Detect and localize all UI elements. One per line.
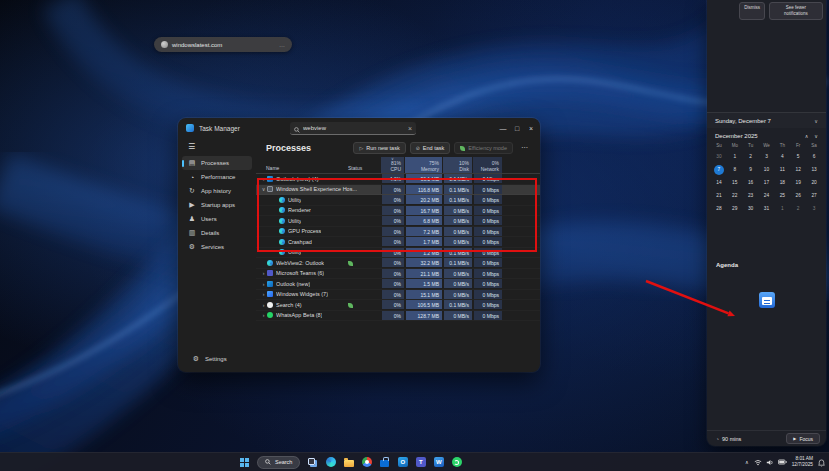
column-memory[interactable]: 75% Memory bbox=[405, 157, 442, 173]
calendar-day[interactable]: 24 bbox=[759, 189, 775, 202]
task-view-icon[interactable] bbox=[306, 456, 319, 469]
focus-minutes-label[interactable]: 90 mins bbox=[722, 436, 741, 442]
search-input[interactable] bbox=[303, 125, 405, 131]
calendar-day[interactable]: 29 bbox=[727, 202, 743, 215]
calendar-day[interactable]: 13 bbox=[806, 163, 822, 176]
calendar-day-selected[interactable]: 7 bbox=[711, 163, 727, 176]
taskbar-clock[interactable]: 8:01 AM 12/7/2025 bbox=[792, 456, 813, 467]
column-name[interactable]: Name bbox=[266, 165, 279, 171]
collapse-calendar-icon[interactable]: ∨ bbox=[814, 118, 818, 124]
teams-icon[interactable]: T bbox=[414, 456, 427, 469]
process-row[interactable]: Utility0%20.2 MB0.1 MB/s0 Mbps bbox=[256, 195, 540, 206]
calendar-day[interactable]: 2 bbox=[790, 202, 806, 215]
menu-toggle-button[interactable]: ☰ bbox=[188, 142, 256, 151]
calendar-day[interactable]: 27 bbox=[806, 189, 822, 202]
sidebar-item-users[interactable]: ♟Users bbox=[182, 212, 252, 226]
calendar-day[interactable]: 15 bbox=[727, 176, 743, 189]
next-month-icon[interactable]: ∨ bbox=[814, 133, 818, 139]
calendar-day[interactable]: 23 bbox=[743, 189, 759, 202]
calendar-day[interactable]: 20 bbox=[806, 176, 822, 189]
notification-bell-icon[interactable] bbox=[818, 453, 825, 471]
process-row[interactable]: Utility0%1.2 MB0.1 MB/s0 Mbps bbox=[256, 248, 540, 259]
process-row[interactable]: ∨Windows Shell Experience Hos...0%116.8 … bbox=[256, 185, 540, 196]
focus-button[interactable]: ▶ Focus bbox=[786, 433, 820, 444]
column-network[interactable]: 0% Network bbox=[473, 157, 502, 173]
calendar-day[interactable]: 14 bbox=[711, 176, 727, 189]
previous-month-icon[interactable]: ∧ bbox=[805, 133, 809, 139]
calendar-day[interactable]: 19 bbox=[790, 176, 806, 189]
calendar-day[interactable]: 1 bbox=[774, 202, 790, 215]
sidebar-item-startup-apps[interactable]: ▶Startup apps bbox=[182, 198, 252, 212]
collapse-icon[interactable]: ∨ bbox=[260, 186, 267, 192]
sidebar-item-performance[interactable]: ◔Performance bbox=[182, 170, 252, 184]
calendar-day[interactable]: 3 bbox=[806, 202, 822, 215]
expand-icon[interactable]: › bbox=[260, 312, 267, 318]
process-row[interactable]: Crashpad0%1.7 MB0 MB/s0 Mbps bbox=[256, 237, 540, 248]
end-task-button[interactable]: ⊘ End task bbox=[410, 142, 451, 154]
process-row[interactable]: Renderer0%16.7 MB0 MB/s0 Mbps bbox=[256, 206, 540, 217]
sidebar-item-app-history[interactable]: ↻App history bbox=[182, 184, 252, 198]
process-row[interactable]: ›WhatsApp Beta (8)0%128.7 MB0 MB/s0 Mbps bbox=[256, 311, 540, 322]
hidden-icons-chevron[interactable]: ∧ bbox=[745, 459, 749, 465]
store-icon[interactable] bbox=[378, 456, 391, 469]
column-disk[interactable]: 10% Disk bbox=[443, 157, 472, 173]
dismiss-button[interactable]: Dismiss bbox=[739, 2, 765, 20]
calendar-day[interactable]: 11 bbox=[774, 163, 790, 176]
sidebar-item-services[interactable]: ⚙Services bbox=[182, 240, 252, 254]
word-icon[interactable]: W bbox=[432, 456, 445, 469]
calendar-day[interactable]: 5 bbox=[790, 150, 806, 163]
see-fewer-notifications-button[interactable]: See fewer notifications bbox=[769, 2, 823, 20]
maximize-button[interactable]: □ bbox=[510, 118, 524, 138]
more-options-button[interactable]: ⋯ bbox=[517, 142, 532, 154]
expand-icon[interactable]: › bbox=[260, 291, 267, 297]
efficiency-mode-button[interactable]: Efficiency mode bbox=[454, 142, 513, 154]
calendar-day[interactable]: 6 bbox=[806, 150, 822, 163]
calendar-day[interactable]: 18 bbox=[774, 176, 790, 189]
process-row[interactable]: ›Outlook (new)0%1.5 MB0 MB/s0 Mbps bbox=[256, 279, 540, 290]
expand-icon[interactable]: › bbox=[260, 281, 267, 287]
titlebar[interactable]: Task Manager × — □ × bbox=[178, 118, 540, 138]
process-row[interactable]: ›Windows Widgets (7)0%15.1 MB0 MB/s0 Mbp… bbox=[256, 290, 540, 301]
close-button[interactable]: × bbox=[524, 118, 538, 138]
calendar-day[interactable]: 4 bbox=[774, 150, 790, 163]
sidebar-item-processes[interactable]: ▤Processes bbox=[182, 156, 252, 170]
calendar-day[interactable]: 17 bbox=[759, 176, 775, 189]
search-box[interactable]: × bbox=[290, 122, 416, 135]
process-row[interactable]: Utility0%6.8 MB0 MB/s0 Mbps bbox=[256, 216, 540, 227]
process-row[interactable]: ›Search (4)0%106.5 MB0.1 MB/s0 Mbps bbox=[256, 300, 540, 311]
wifi-icon[interactable] bbox=[754, 459, 762, 466]
calendar-day[interactable]: 28 bbox=[711, 202, 727, 215]
edge-icon[interactable] bbox=[324, 456, 337, 469]
file-explorer-icon[interactable] bbox=[342, 456, 355, 469]
calendar-day[interactable]: 2 bbox=[743, 150, 759, 163]
process-row[interactable]: WebView2: Outlook0%32.2 MB0.1 MB/s0 Mbps bbox=[256, 258, 540, 269]
calendar-day[interactable]: 21 bbox=[711, 189, 727, 202]
process-row[interactable]: ›Outlook (new) (4)4.6%96.1 MB0.1 MB/s0 M… bbox=[256, 174, 540, 185]
calendar-day[interactable]: 31 bbox=[759, 202, 775, 215]
volume-icon[interactable] bbox=[766, 459, 774, 466]
calendar-day[interactable]: 12 bbox=[790, 163, 806, 176]
start-button[interactable] bbox=[238, 456, 251, 469]
expand-icon[interactable]: › bbox=[260, 302, 267, 308]
calendar-day[interactable]: 1 bbox=[727, 150, 743, 163]
calendar-day[interactable]: 22 bbox=[727, 189, 743, 202]
calendar-day[interactable]: 9 bbox=[743, 163, 759, 176]
whatsapp-icon[interactable] bbox=[450, 456, 463, 469]
column-cpu[interactable]: ∨ 81% CPU bbox=[381, 157, 404, 173]
calendar-day[interactable]: 25 bbox=[774, 189, 790, 202]
calendar-date-header[interactable]: Sunday, December 7 ∨ bbox=[707, 112, 826, 128]
calendar-day[interactable]: 26 bbox=[790, 189, 806, 202]
calendar-day[interactable]: 30 bbox=[743, 202, 759, 215]
calendar-day[interactable]: 10 bbox=[759, 163, 775, 176]
browser-address-pill[interactable]: windowslatest.com … bbox=[154, 37, 292, 52]
calendar-day[interactable]: 30 bbox=[711, 150, 727, 163]
chrome-icon[interactable] bbox=[360, 456, 373, 469]
minimize-button[interactable]: — bbox=[496, 118, 510, 138]
calendar-day[interactable]: 8 bbox=[727, 163, 743, 176]
process-row[interactable]: ›Microsoft Teams (6)0%21.1 MB0 MB/s0 Mbp… bbox=[256, 269, 540, 280]
outlook-icon[interactable]: O bbox=[396, 456, 409, 469]
expand-icon[interactable]: › bbox=[260, 270, 267, 276]
more-options-icon[interactable]: … bbox=[279, 42, 285, 48]
sidebar-item-settings[interactable]: ⚙ Settings bbox=[186, 352, 248, 366]
battery-icon[interactable] bbox=[778, 459, 787, 465]
